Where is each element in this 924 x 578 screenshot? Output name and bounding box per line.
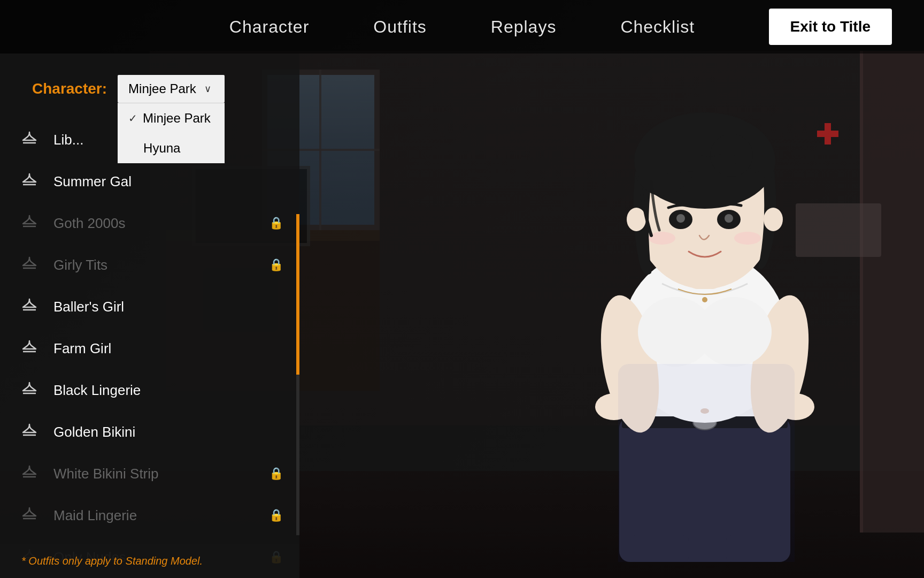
- character-dropdown-button[interactable]: Minjee Park ∨: [118, 75, 225, 103]
- outfit-item-golden-bikini[interactable]: Golden Bikini: [0, 411, 299, 453]
- left-panel: Character: Minjee Park ∨ ✓ Minjee Park H…: [0, 54, 299, 578]
- chevron-down-icon: ∨: [204, 83, 211, 95]
- outfit-item-white-bikini-strip[interactable]: White Bikini Strip 🔒: [0, 453, 299, 495]
- outfit-name: Farm Girl: [53, 340, 111, 357]
- outfit-name: Baller's Girl: [53, 299, 124, 315]
- character-svg: yours.only.: [534, 54, 881, 562]
- scrollbar[interactable]: [296, 214, 299, 535]
- outfit-item-black-lingerie[interactable]: Black Lingerie: [0, 369, 299, 411]
- outfit-name: Maid Lingerie: [53, 507, 137, 524]
- footer-note: * Outfits only apply to Standing Model.: [0, 544, 299, 578]
- nav-outfits[interactable]: Outfits: [373, 17, 426, 37]
- dropdown-item-minjee[interactable]: ✓ Minjee Park: [118, 103, 225, 133]
- outfit-name: Summer Gal: [53, 173, 132, 190]
- lock-icon: 🔒: [269, 508, 283, 522]
- hanger-icon: [16, 252, 43, 278]
- character-label: Character:: [32, 80, 107, 97]
- check-icon: ✓: [128, 112, 137, 125]
- svg-rect-28: [618, 364, 795, 562]
- outfit-name: Girly Tits: [53, 257, 107, 273]
- lock-icon: 🔒: [269, 467, 283, 481]
- hanger-icon: [16, 502, 43, 529]
- svg-point-6: [702, 297, 707, 302]
- character-selected-value: Minjee Park: [128, 81, 196, 96]
- svg-point-17: [710, 134, 753, 177]
- hanger-icon: [16, 293, 43, 320]
- hanger-icon: [16, 377, 43, 404]
- nav-character[interactable]: Character: [229, 17, 310, 37]
- footer-text: * Outfits only apply to Standing Model.: [21, 555, 203, 567]
- dropdown-item-label: Hyuna: [143, 141, 180, 156]
- svg-point-12: [697, 297, 772, 367]
- topbar: Character Outfits Replays Checklist Exit…: [0, 0, 924, 54]
- svg-point-22: [649, 232, 675, 245]
- hanger-icon: [16, 460, 43, 487]
- character-dropdown[interactable]: Minjee Park ∨ ✓ Minjee Park Hyuna: [118, 75, 225, 103]
- svg-point-24: [627, 208, 646, 231]
- outfit-name: Golden Bikini: [53, 424, 135, 440]
- outfit-item-farm-girl[interactable]: Farm Girl: [0, 328, 299, 369]
- character-selector: Character: Minjee Park ∨ ✓ Minjee Park H…: [0, 64, 299, 113]
- outfit-item-summer-gal[interactable]: Summer Gal: [0, 161, 299, 202]
- outfit-list: Lib... Summer Gal Goth 2000s 🔒 Girly Tit…: [0, 119, 299, 578]
- outfit-name: Goth 2000s: [53, 215, 125, 232]
- outfit-name: Lib...: [53, 132, 83, 148]
- hanger-icon: [16, 419, 43, 445]
- outfit-item-goth-2000s[interactable]: Goth 2000s 🔒: [0, 202, 299, 244]
- outfit-name: Black Lingerie: [53, 382, 141, 399]
- outfit-item-girly-tits[interactable]: Girly Tits 🔒: [0, 244, 299, 286]
- outfit-item-maid-lingerie[interactable]: Maid Lingerie 🔒: [0, 495, 299, 536]
- svg-point-25: [764, 208, 783, 231]
- character-dropdown-menu: ✓ Minjee Park Hyuna: [118, 103, 225, 163]
- hanger-icon: [16, 126, 43, 153]
- nav-replays[interactable]: Replays: [491, 17, 557, 37]
- lock-icon: 🔒: [269, 258, 283, 272]
- outfit-item-ballers-girl[interactable]: Baller's Girl: [0, 286, 299, 328]
- hanger-icon: [16, 210, 43, 237]
- exit-to-title-button[interactable]: Exit to Title: [769, 9, 892, 45]
- hanger-icon: [16, 335, 43, 362]
- nav-checklist[interactable]: Checklist: [620, 17, 695, 37]
- hanger-icon: [16, 168, 43, 195]
- character-illustration: yours.only.: [534, 43, 881, 562]
- svg-point-21: [725, 214, 733, 223]
- dropdown-item-hyuna[interactable]: Hyuna: [118, 133, 225, 163]
- scrollbar-thumb: [296, 214, 299, 375]
- lock-icon: 🔒: [269, 216, 283, 230]
- nav-container: Character Outfits Replays Checklist: [229, 17, 695, 37]
- svg-point-23: [734, 232, 761, 245]
- svg-point-20: [676, 214, 685, 223]
- dropdown-item-label: Minjee Park: [143, 111, 211, 126]
- outfit-name: White Bikini Strip: [53, 466, 159, 482]
